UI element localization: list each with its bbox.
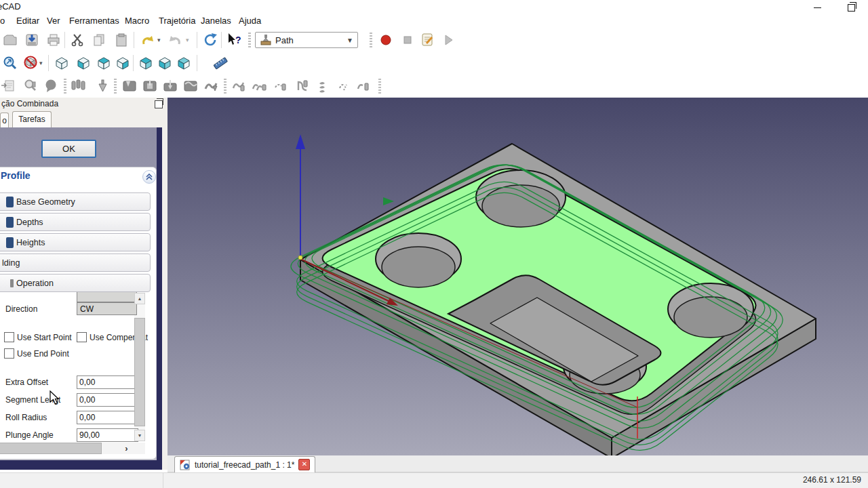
macro-stop-button[interactable]: [399, 31, 416, 49]
open-button[interactable]: [1, 31, 19, 49]
pocket-operation-button[interactable]: [141, 77, 159, 95]
cut-off-combobox[interactable]: [77, 292, 137, 302]
comment-button[interactable]: [42, 77, 60, 95]
menu-macro[interactable]: Macro: [125, 16, 149, 26]
use-compensation-checkbox[interactable]: [77, 332, 87, 342]
draw-style-dropdown-icon[interactable]: ▾: [39, 60, 43, 66]
group-depths[interactable]: Depths: [0, 213, 151, 231]
undo-dropdown-icon[interactable]: ▾: [157, 37, 161, 43]
post-process-button[interactable]: [0, 77, 18, 95]
save-icon: [24, 32, 40, 48]
view-right-button[interactable]: [114, 54, 132, 72]
macro-record-button[interactable]: [377, 31, 395, 49]
group-operation[interactable]: Operation: [0, 274, 151, 292]
path-hop-button[interactable]: [355, 77, 373, 95]
3d-viewport[interactable]: [167, 98, 868, 455]
undo-button[interactable]: [138, 31, 156, 49]
view-bottom-button[interactable]: [156, 54, 174, 72]
chevron-down-icon: ▼: [347, 37, 353, 44]
menu-editar[interactable]: Editar: [16, 16, 39, 26]
menu-ver[interactable]: Ver: [47, 16, 60, 26]
draw-style-icon: [22, 55, 39, 71]
document-tab[interactable]: tutorial_freecad_path_1 : 1* ✕: [174, 456, 315, 472]
tool-manager-button[interactable]: [69, 77, 87, 95]
plunge-angle-input[interactable]: [77, 428, 138, 442]
whats-this-button[interactable]: ?: [225, 31, 243, 49]
scroll-right-button[interactable]: ›: [121, 443, 132, 453]
tool-manager-icon: [69, 78, 87, 94]
roll-radius-input[interactable]: [77, 411, 138, 424]
plunge-angle-label: Plunge Angle: [5, 430, 54, 440]
freecad-document-icon: [180, 460, 191, 470]
float-panel-icon[interactable]: [155, 100, 163, 108]
drilling-operation-button[interactable]: [161, 77, 179, 95]
bottom-view-icon: [157, 56, 172, 70]
scroll-down-button[interactable]: ▼: [134, 430, 145, 441]
save-button[interactable]: [23, 31, 41, 49]
macro-edit-button[interactable]: [419, 31, 437, 49]
face-operation-button[interactable]: [182, 77, 199, 95]
fit-all-icon: [2, 55, 18, 71]
use-end-point-checkbox[interactable]: [4, 348, 14, 359]
scroll-up-button[interactable]: ▲: [134, 293, 145, 304]
path-compound-button[interactable]: [336, 77, 354, 95]
view-rear-button[interactable]: [137, 54, 155, 72]
path-simulate-button[interactable]: [273, 77, 290, 95]
redo-button[interactable]: [167, 31, 184, 49]
menu-file[interactable]: o: [0, 16, 5, 26]
tab-close-button[interactable]: ✕: [298, 459, 310, 470]
group-holding[interactable]: lding: [0, 253, 151, 272]
group-label: Heights: [16, 238, 45, 247]
direction-value: CW: [80, 304, 94, 314]
path-fixture-button[interactable]: [316, 77, 334, 95]
extra-offset-input[interactable]: [77, 375, 138, 389]
draw-style-button[interactable]: [22, 54, 39, 72]
minimize-button[interactable]: [810, 3, 825, 12]
tab-tarefas[interactable]: Tarefas: [12, 111, 52, 127]
use-start-point-checkbox[interactable]: [4, 332, 14, 342]
macro-execute-button[interactable]: [439, 31, 457, 49]
cut-button[interactable]: [69, 31, 87, 49]
path-hop-icon: [356, 78, 372, 94]
group-base-geometry[interactable]: Base Geometry: [0, 192, 151, 211]
tool-bit-button[interactable]: [94, 77, 111, 95]
view-front-button[interactable]: [75, 54, 92, 72]
tab-model[interactable]: o: [0, 113, 9, 127]
operation-icon: [10, 279, 14, 287]
workbench-selector[interactable]: Path ▼: [255, 32, 358, 48]
inspect-gcode-button[interactable]: [22, 77, 39, 95]
view-top-button[interactable]: [95, 54, 113, 72]
horizontal-scrollbar[interactable]: ›: [0, 443, 145, 454]
paste-button[interactable]: [113, 31, 130, 49]
menu-trajetoria[interactable]: Trajetória: [159, 16, 195, 26]
path-dressup-button[interactable]: [294, 77, 312, 95]
segment-length-input[interactable]: [77, 393, 138, 407]
vertical-scrollbar-thumb[interactable]: [134, 318, 145, 426]
print-button[interactable]: [45, 31, 62, 49]
fit-all-button[interactable]: [1, 54, 19, 72]
copy-button[interactable]: [91, 31, 108, 49]
mdi-tab-bar: tutorial_freecad_path_1 : 1* ✕: [167, 455, 868, 472]
play-icon: [440, 32, 456, 48]
group-heights[interactable]: Heights: [0, 233, 151, 251]
path-array-button[interactable]: [251, 77, 269, 95]
menu-ajuda[interactable]: Ajuda: [239, 16, 261, 26]
path-copy-button[interactable]: [231, 77, 248, 95]
menu-ferramentas[interactable]: Ferramentas: [69, 16, 119, 26]
menu-janelas[interactable]: Janelas: [201, 16, 231, 26]
redo-dropdown-icon[interactable]: ▾: [186, 37, 189, 43]
direction-combobox[interactable]: CW: [77, 302, 137, 315]
profile-operation-button[interactable]: [121, 77, 138, 95]
horizontal-scrollbar-thumb[interactable]: [0, 443, 102, 454]
refresh-button[interactable]: [202, 31, 220, 49]
ok-button[interactable]: OK: [41, 140, 96, 158]
inspect-icon: [22, 78, 39, 94]
view-left-button[interactable]: [175, 54, 193, 72]
collapse-section-button[interactable]: [142, 170, 156, 184]
toolbar-standard: ▾ ▾ ? Path ▼: [0, 28, 868, 52]
restore-button[interactable]: [844, 3, 859, 12]
measure-distance-button[interactable]: [212, 54, 229, 72]
view-axonometric-button[interactable]: [53, 54, 71, 72]
status-bar-separator: [163, 472, 163, 488]
engrave-operation-button[interactable]: [202, 77, 220, 95]
